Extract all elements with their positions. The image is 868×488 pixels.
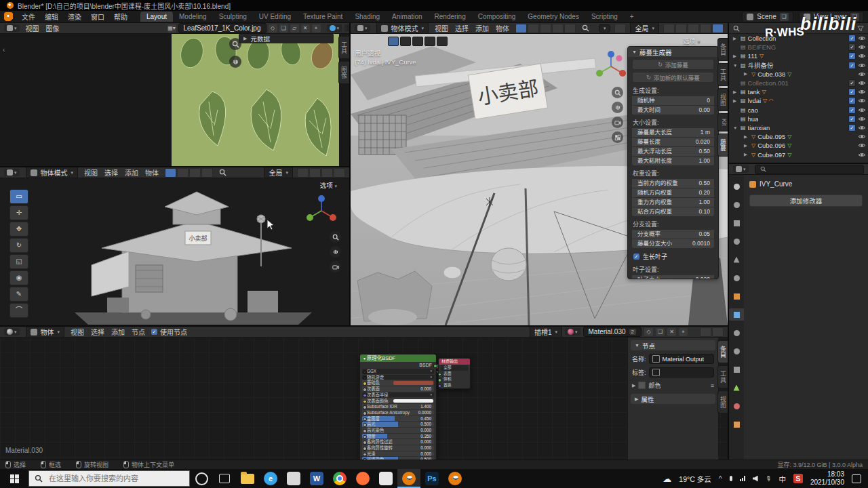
outliner-row[interactable]: ▶ ▽ Cube.097 ▽ ✓ [729,150,868,159]
copy-icon[interactable]: ❏ [279,24,288,33]
hide-eye-icon[interactable] [858,116,866,122]
menu-item[interactable]: 物体 [145,167,159,178]
node-input-row[interactable]: 次表面颜色 [362,399,434,404]
region-tab[interactable]: 条目 [717,340,728,363]
number-field[interactable]: 最大粘附长度1.00 [632,157,714,165]
input-socket[interactable] [363,376,367,380]
expand-arrow[interactable]: ▶ [744,134,749,140]
expand-arrow[interactable]: ▶ [733,89,738,95]
menu-item[interactable]: 渲染 [63,10,86,23]
transform-icon[interactable] [564,24,576,33]
node-header[interactable]: 材质输出 [439,359,470,365]
menu-item[interactable]: 图像 [46,23,60,33]
outliner-row[interactable]: ▼ ▤ tianxian ✓ [729,123,868,132]
workspace-tab[interactable]: Geometry Nodes [521,12,585,22]
image-display-selector[interactable]: ▾ [344,24,349,32]
outliner-row[interactable]: ▤ Collection.001 ✓ [729,79,868,87]
exclude-checkbox[interactable]: ✓ [848,62,856,69]
editor-type-selector[interactable]: ▾ [4,328,20,336]
workspace-tab[interactable]: Animation [386,12,428,22]
outliner-row[interactable]: ▤ hua ✓ [729,115,868,123]
region-tab[interactable]: 工具 [338,36,349,59]
workspace-tab[interactable]: Layout [140,12,173,22]
shader-type-selector[interactable]: 物体▾ [26,327,65,338]
menu-item[interactable]: 选择 [455,23,469,33]
hide-eye-icon[interactable] [858,98,866,104]
workspace-tab[interactable]: UV Editing [253,12,297,22]
xray-icon[interactable] [700,24,711,33]
input-socket[interactable] [363,388,367,392]
workspace-tab[interactable]: Texture Paint [297,12,349,22]
open-folder-icon[interactable]: ▱ [290,24,299,33]
material-output-node[interactable]: 材质输出 全部 表面体积置换 [438,358,471,389]
taskbar-app-button[interactable] [351,469,374,488]
select-box-tool[interactable]: ▭ [9,189,28,204]
editor-divider[interactable] [0,325,728,327]
input-socket[interactable] [363,411,367,415]
number-field[interactable]: 重力方向权重1.00 [632,198,714,207]
mode-selector[interactable]: 物体模式▾ [26,167,79,178]
notification-center-icon[interactable] [852,474,861,483]
transform-orientation[interactable]: 全局▾ [264,167,293,178]
node-input-row[interactable]: 高光染色 0.000 [362,428,434,433]
menu-item[interactable]: 选择 [104,167,118,178]
weather-icon[interactable]: ☁ [663,474,671,484]
region-tab[interactable]: 视图 [717,390,728,413]
transform-tool[interactable]: ◉ [9,270,28,285]
input-socket[interactable] [363,423,367,427]
select-lasso-icon[interactable] [540,24,551,33]
bsdf-output-socket[interactable]: BSDF [360,362,436,368]
outliner-row[interactable]: ▶ ▽ Cube.095 ▽ ✓ [729,132,868,141]
rotate-tool[interactable]: ↻ [9,238,28,253]
hide-eye-icon[interactable] [858,134,866,140]
zoom-button[interactable] [612,87,623,98]
snap-magnet-icon[interactable] [297,168,309,178]
expand-arrow[interactable]: ▶ [744,152,749,157]
pan-tool-button[interactable] [229,56,241,68]
properties-tab[interactable] [729,308,744,321]
material-name-field[interactable]: Material.0302 [583,327,642,337]
snap-icon[interactable] [700,327,711,337]
color-subpanel[interactable]: ▶颜色≡ [632,381,714,390]
cortana-button[interactable] [190,469,213,488]
shading-solid-icon[interactable] [712,24,724,33]
input-socket[interactable] [363,394,367,398]
overlay-icon[interactable] [712,327,724,337]
pin-icon[interactable]: ⌖ [312,24,321,33]
region-tab[interactable]: 视图 [717,88,728,111]
hide-eye-icon[interactable] [858,125,866,131]
view-object-types[interactable]: ▾ [599,24,611,33]
image-editor-canvas[interactable]: ‹ [0,34,349,166]
expand-arrow[interactable]: ▶ [733,54,738,59]
fake-user-icon[interactable]: ◇ [269,24,277,33]
properties-search[interactable] [755,165,864,174]
cursor-tool[interactable]: ✛ [9,205,28,220]
menu-item[interactable]: 物体 [496,23,509,33]
options-dropdown[interactable]: 选项 ▾ [683,36,700,45]
outliner-row[interactable]: ▶ ▽ Cube.096 ▽ ✓ [729,141,868,150]
ortho-toggle-button[interactable] [612,131,623,143]
region-tab[interactable]: 藤蔓 [717,134,728,157]
editor-divider[interactable] [729,163,868,164]
pan-button[interactable] [612,102,623,113]
taskbar-app-button[interactable] [443,469,467,488]
toggle-icon[interactable] [400,37,411,46]
region-tab[interactable]: 条目 [717,38,728,61]
node-header[interactable]: ▾ 原理化BSDF [360,354,436,362]
node-input-row[interactable]: 体积 [441,377,468,382]
node-input-row[interactable]: 次表面 0.000 [362,386,434,392]
menu-item[interactable]: 窗口 [86,10,109,23]
search-icon[interactable] [733,25,740,32]
select-lasso-icon[interactable] [189,168,201,178]
node-input-row[interactable]: 各向异性旋转 0.000 [362,445,434,451]
material-slot-selector[interactable]: 插槽1▾ [530,327,562,338]
exclude-checkbox[interactable]: ✓ [848,106,856,114]
pen-icon[interactable]: ✎ [764,474,773,484]
outliner-row[interactable]: ▶ ▽ Cube.038 ▽ ✓ [729,70,868,79]
tweak-icon[interactable] [165,168,176,178]
cursor-icon[interactable] [201,168,213,178]
image-name-field[interactable]: LeafSet017_1K_Color.jpg [178,23,267,33]
node-input-row[interactable]: 金属度 0.450 [362,416,434,422]
workspace-tab[interactable]: + [624,12,640,22]
properties-tab[interactable] [729,217,744,229]
